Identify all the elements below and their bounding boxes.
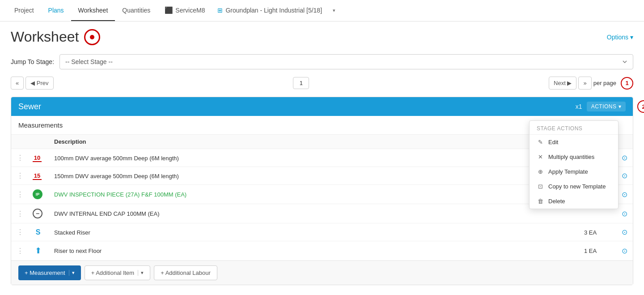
ip-icon: IP bbox=[33, 189, 42, 199]
row-action-button[interactable]: ⊙ bbox=[620, 228, 629, 236]
page-title: Worksheet bbox=[11, 29, 79, 45]
row-quantity: 3 EA bbox=[584, 229, 600, 236]
per-page-label: per page bbox=[593, 80, 616, 86]
table-row: ⋮ S Stacked Riser 3 EA ⊙ bbox=[11, 223, 633, 241]
item-description: DWV INSPECTION PIECE (27A) F&F 100MM (EA… bbox=[51, 191, 186, 198]
jump-stage-label: Jump To Stage: bbox=[11, 58, 54, 65]
row-action-button[interactable]: ⊙ bbox=[620, 191, 629, 198]
stage-block: Sewer x1 ACTIONS ▾ 2 Stage Actions ✎ Edi… bbox=[11, 97, 633, 285]
annotation-2: 2 bbox=[637, 100, 644, 113]
servicem8-icon: ⬛ bbox=[165, 6, 173, 14]
minus-icon: − bbox=[33, 209, 42, 218]
options-button[interactable]: Options ▾ bbox=[607, 34, 633, 41]
dropdown-header: Stage Actions bbox=[530, 121, 618, 135]
next-page-button[interactable]: Next ▶ bbox=[549, 77, 576, 90]
page-title-area: Worksheet bbox=[11, 29, 100, 45]
drag-handle[interactable]: ⋮ bbox=[15, 228, 25, 236]
item-description: 150mm DWV average 500mm Deep (6M length) bbox=[51, 173, 179, 180]
drag-handle[interactable]: ⋮ bbox=[15, 154, 25, 162]
edit-icon: ✎ bbox=[537, 139, 544, 145]
add-additional-labour-label: + Additional Labour bbox=[161, 269, 211, 276]
row-action-button[interactable]: ⊙ bbox=[620, 247, 629, 255]
dropdown-item-apply-template[interactable]: ⊕ Apply Template bbox=[530, 164, 618, 179]
stage-header: Sewer x1 ACTIONS ▾ 2 Stage Actions ✎ Edi… bbox=[11, 97, 633, 116]
add-additional-item-label: + Additional Item bbox=[91, 269, 134, 276]
record-icon bbox=[84, 29, 100, 45]
multiply-icon: ✕ bbox=[537, 154, 544, 160]
page-header: Worksheet Options ▾ bbox=[0, 21, 644, 51]
tab-plans[interactable]: Plans bbox=[41, 0, 71, 21]
row-action-button[interactable]: ⊙ bbox=[620, 172, 629, 180]
dropdown-item-delete[interactable]: 🗑 Delete bbox=[530, 194, 618, 209]
copy-template-icon: ⊡ bbox=[537, 183, 544, 190]
row-action-button[interactable]: ⊙ bbox=[620, 210, 629, 218]
item-description: 100mm DWV average 500mm Deep (6M length) bbox=[51, 155, 179, 162]
multiplier-label: x1 bbox=[576, 103, 582, 110]
stage-actions-dropdown: Stage Actions ✎ Edit ✕ Multiply quantiti… bbox=[529, 120, 619, 209]
main-content: Sewer x1 ACTIONS ▾ 2 Stage Actions ✎ Edi… bbox=[0, 97, 644, 285]
delete-icon: 🗑 bbox=[537, 198, 544, 205]
drag-handle[interactable]: ⋮ bbox=[15, 210, 25, 218]
top-navigation: Project Plans Worksheet Quantities ⬛ Ser… bbox=[0, 0, 644, 21]
add-additional-labour-button[interactable]: + Additional Labour bbox=[154, 265, 217, 280]
prev-page-button[interactable]: ◀ Prev bbox=[25, 77, 53, 90]
row-action-button[interactable]: ⊙ bbox=[620, 154, 629, 162]
stage-title: Sewer bbox=[18, 102, 41, 111]
add-measurement-label: + Measurement bbox=[25, 269, 65, 276]
first-page-button[interactable]: « bbox=[11, 77, 24, 90]
jump-to-stage-row: Jump To Stage: -- Select Stage -- bbox=[0, 51, 644, 77]
drag-handle[interactable]: ⋮ bbox=[15, 172, 25, 180]
arrow-up-icon: ⬆ bbox=[33, 246, 43, 256]
tab-dropdown-arrow[interactable]: ▾ bbox=[329, 1, 339, 21]
drag-handle[interactable]: ⋮ bbox=[15, 247, 25, 255]
stage-select[interactable]: -- Select Stage -- bbox=[59, 54, 633, 69]
dropdown-item-edit[interactable]: ✎ Edit bbox=[530, 135, 618, 150]
stage-actions-button[interactable]: ACTIONS ▾ bbox=[587, 102, 626, 111]
tab-servicem8[interactable]: ⬛ ServiceM8 bbox=[157, 0, 212, 21]
pagination-row: « ◀ Prev 1 Next ▶ » per page 1 bbox=[0, 77, 644, 97]
description-column-header: Description bbox=[47, 135, 580, 149]
last-page-button[interactable]: » bbox=[578, 77, 591, 90]
current-page: 1 bbox=[293, 77, 309, 89]
tab-quantities[interactable]: Quantities bbox=[115, 0, 157, 21]
qty-badge[interactable]: 15 bbox=[33, 172, 42, 180]
actions-chevron-icon: ▾ bbox=[619, 103, 622, 110]
qty-badge[interactable]: 10 bbox=[33, 154, 42, 162]
tab-worksheet[interactable]: Worksheet bbox=[71, 0, 115, 21]
record-dot bbox=[90, 35, 94, 39]
item-description: DWV INTERNAL END CAP 100MM (EA) bbox=[51, 210, 160, 217]
item-description: Riser to next Floor bbox=[51, 248, 102, 254]
tab-groundplan[interactable]: ⊞ Groundplan - Light Industrial [5/18] bbox=[212, 0, 327, 21]
row-quantity: 1 EA bbox=[584, 248, 600, 254]
add-measurement-button[interactable]: + Measurement ▾ bbox=[18, 265, 81, 280]
tab-project[interactable]: Project bbox=[7, 0, 41, 21]
table-row: ⋮ ⬆ Riser to next Floor 1 EA ⊙ bbox=[11, 241, 633, 261]
add-additional-item-button[interactable]: + Additional Item ▾ bbox=[85, 265, 150, 280]
s-icon: S bbox=[33, 228, 43, 236]
groundplan-icon: ⊞ bbox=[217, 7, 223, 14]
apply-template-icon: ⊕ bbox=[537, 168, 544, 175]
item-description: Stacked Riser bbox=[51, 229, 90, 236]
dropdown-item-copy-template[interactable]: ⊡ Copy to new Template bbox=[530, 179, 618, 194]
drag-handle[interactable]: ⋮ bbox=[15, 191, 25, 198]
additional-item-dropdown-arrow[interactable]: ▾ bbox=[138, 270, 144, 276]
page-annotation: 1 bbox=[621, 77, 633, 90]
bottom-buttons: + Measurement ▾ + Additional Item ▾ + Ad… bbox=[11, 261, 633, 285]
dropdown-item-multiply[interactable]: ✕ Multiply quantities bbox=[530, 150, 618, 164]
measurement-dropdown-arrow[interactable]: ▾ bbox=[69, 270, 75, 276]
